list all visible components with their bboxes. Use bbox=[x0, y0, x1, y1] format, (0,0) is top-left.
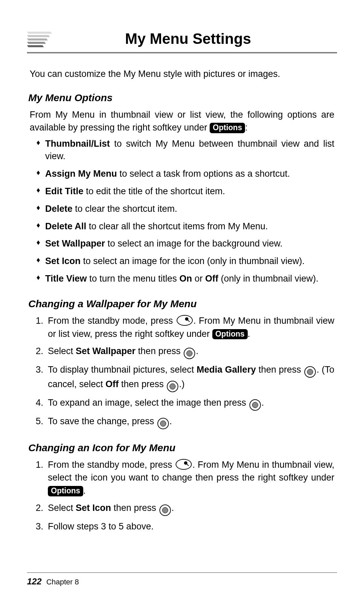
t: then press bbox=[135, 346, 183, 356]
li-bold: Title View bbox=[45, 273, 87, 284]
intro-text: You can customize the My Menu style with… bbox=[27, 69, 337, 79]
t-bold: Off bbox=[105, 379, 119, 389]
title-rule bbox=[27, 52, 337, 53]
li-text: (only in thumbnail view). bbox=[218, 273, 318, 284]
list-item: Delete All to clear all the shortcut ite… bbox=[36, 220, 334, 233]
footer: 122Chapter 8 bbox=[27, 572, 337, 587]
li-bold: Edit Title bbox=[45, 186, 84, 196]
li-text: to turn the menu titles bbox=[87, 273, 180, 284]
t: To expand an image, select the image the… bbox=[48, 398, 249, 408]
s1-lead-b: : bbox=[245, 122, 248, 133]
ok-button-icon bbox=[249, 399, 261, 411]
list-item: Title View to turn the menu titles On or… bbox=[36, 272, 334, 285]
step: Select Set Wallpaper then press . bbox=[46, 345, 334, 359]
li-bold: Set Wallpaper bbox=[45, 238, 105, 249]
options-pill: Options bbox=[210, 123, 245, 133]
ok-button-icon bbox=[304, 366, 316, 378]
step: To save the change, press . bbox=[46, 415, 334, 429]
footer-rule bbox=[27, 572, 337, 573]
page-number: 122 bbox=[27, 576, 41, 586]
step: From the standby mode, press . From My M… bbox=[46, 458, 334, 498]
list-item: Delete to clear the shortcut item. bbox=[36, 203, 334, 215]
ok-button-icon bbox=[167, 381, 178, 392]
list-item: Thumbnail/List to switch My Menu between… bbox=[36, 138, 334, 163]
li-text: to select an image for the icon (only in… bbox=[81, 256, 305, 266]
t: . bbox=[83, 486, 86, 496]
header: My Menu Settings bbox=[27, 30, 337, 47]
t: To save the change, press bbox=[48, 416, 157, 426]
ok-button-icon bbox=[159, 504, 171, 516]
heading-changing-icon: Changing an Icon for My Menu bbox=[27, 442, 337, 454]
step: To display thumbnail pictures, select Me… bbox=[46, 363, 334, 392]
li-bold: Assign My Menu bbox=[45, 169, 117, 179]
t: . bbox=[172, 503, 174, 513]
list-item: Edit Title to edit the title of the shor… bbox=[36, 185, 334, 198]
li-off: Off bbox=[205, 273, 218, 284]
page-title: My Menu Settings bbox=[59, 30, 337, 47]
li-bold: Thumbnail/List bbox=[45, 139, 110, 149]
options-pill: Options bbox=[48, 486, 83, 496]
t: Select bbox=[48, 346, 76, 356]
heading-my-menu-options: My Menu Options bbox=[27, 92, 337, 104]
t-bold: Media Gallery bbox=[196, 365, 256, 375]
step: Follow steps 3 to 5 above. bbox=[46, 520, 334, 533]
list-item: Assign My Menu to select a task from opt… bbox=[36, 168, 334, 180]
li-on: On bbox=[179, 273, 192, 284]
s1-lead: From My Menu in thumbnail view or list v… bbox=[27, 108, 337, 134]
li-text: to clear the shortcut item. bbox=[72, 204, 177, 214]
t: From the standby mode, press bbox=[48, 316, 176, 326]
step: Select Set Icon then press . bbox=[46, 501, 334, 516]
t: From the standby mode, press bbox=[48, 460, 175, 470]
list-item: Set Wallpaper to select an image for the… bbox=[36, 237, 334, 250]
stripes-icon bbox=[27, 30, 51, 47]
icon-steps: From the standby mode, press . From My M… bbox=[27, 458, 337, 533]
t: Follow steps 3 to 5 above. bbox=[48, 521, 154, 531]
chapter-label: Chapter 8 bbox=[46, 578, 79, 586]
list-item: Set Icon to select an image for the icon… bbox=[36, 255, 334, 268]
li-text: to select an image for the background vi… bbox=[105, 238, 283, 249]
t: To display thumbnail pictures, select bbox=[48, 365, 196, 375]
li-text: to edit the title of the shortcut item. bbox=[84, 186, 225, 196]
ok-button-icon bbox=[184, 348, 195, 359]
step: To expand an image, select the image the… bbox=[46, 396, 334, 411]
li-bold: Delete All bbox=[45, 221, 86, 231]
t: .) bbox=[179, 379, 185, 389]
step: From the standby mode, press . From My M… bbox=[46, 314, 334, 341]
footer-text: 122Chapter 8 bbox=[27, 576, 337, 587]
t: then press bbox=[119, 379, 166, 389]
menu-button-icon bbox=[177, 315, 193, 326]
t: then press bbox=[111, 503, 159, 513]
wallpaper-steps: From the standby mode, press . From My M… bbox=[27, 314, 337, 429]
t: Select bbox=[48, 503, 76, 513]
t-bold: Set Wallpaper bbox=[76, 346, 136, 356]
li-text: to select a task from options as a short… bbox=[117, 169, 290, 179]
li-text: or bbox=[192, 273, 205, 284]
options-pill: Options bbox=[212, 329, 248, 339]
menu-button-icon bbox=[176, 459, 192, 470]
li-bold: Set Icon bbox=[45, 256, 81, 266]
t: . bbox=[196, 346, 199, 356]
t: . bbox=[262, 398, 264, 408]
heading-changing-wallpaper: Changing a Wallpaper for My Menu bbox=[27, 298, 337, 310]
t-bold: Set Icon bbox=[76, 503, 111, 513]
li-bold: Delete bbox=[45, 204, 72, 214]
t: . bbox=[248, 329, 250, 339]
t: then press bbox=[256, 365, 304, 375]
li-text: to clear all the shortcut items from My … bbox=[86, 221, 268, 231]
options-list: Thumbnail/List to switch My Menu between… bbox=[27, 138, 337, 285]
t: . bbox=[170, 416, 172, 426]
s1-lead-a: From My Menu in thumbnail view or list v… bbox=[30, 110, 334, 133]
ok-button-icon bbox=[157, 418, 169, 429]
